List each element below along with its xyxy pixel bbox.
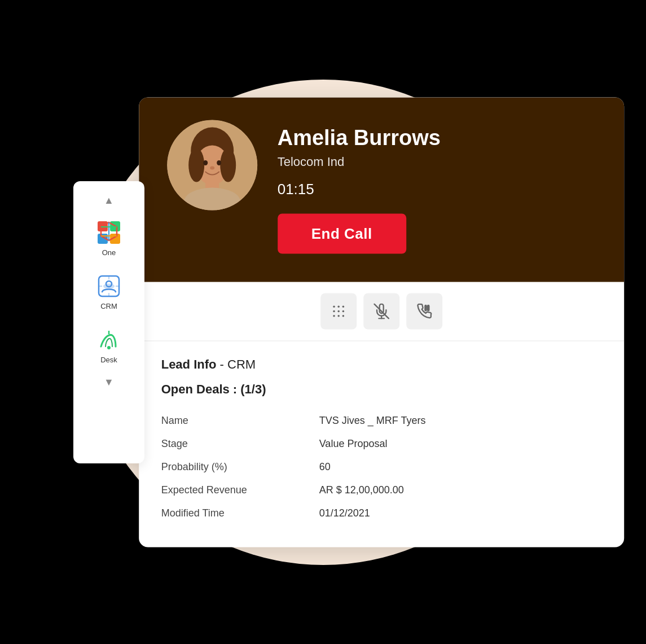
sidebar-collapse-down[interactable]: ▼ [104,376,114,388]
svg-point-29 [337,314,340,317]
svg-point-28 [333,314,335,317]
scene: ▲ One CRM [0,0,646,644]
field-label: Stage [161,432,319,455]
call-duration: 01:15 [278,180,441,198]
sidebar-crm-label: CRM [100,302,117,310]
svg-point-30 [342,314,344,317]
avatar [167,120,257,210]
sidebar-item-one[interactable]: One [95,219,122,257]
svg-point-10 [107,346,111,349]
svg-point-16 [220,148,236,182]
table-row: Probability (%) 60 [161,455,601,478]
open-deals-title: Open Deals : (1/3) [161,382,601,396]
end-call-button[interactable]: End Call [278,213,406,253]
field-label: Expected Revenue [161,478,319,501]
crm-icon [95,273,122,300]
svg-rect-36 [428,305,429,310]
mute-icon [373,303,389,319]
field-value: 60 [319,455,601,478]
sidebar-one-label: One [102,248,116,257]
main-card: Amelia Burrows Telocom Ind 01:15 End Cal… [139,97,624,547]
lead-info-suffix: - CRM [220,357,256,371]
table-row: Modified Time 01/12/2021 [161,501,601,524]
caller-company: Telocom Ind [278,154,441,169]
field-value: 01/12/2021 [319,501,601,524]
lead-info-title: Lead Info - CRM [161,357,601,371]
sidebar: ▲ One CRM [73,181,144,463]
call-header: Amelia Burrows Telocom Ind 01:15 End Cal… [139,97,624,282]
sidebar-collapse-up[interactable]: ▲ [104,195,114,207]
field-label: Probability (%) [161,455,319,478]
mute-button[interactable] [363,293,399,329]
svg-point-23 [337,305,340,308]
svg-rect-35 [425,305,426,310]
sidebar-desk-label: Desk [100,356,117,364]
sidebar-item-crm[interactable]: CRM [95,273,122,310]
hold-icon [416,303,432,319]
field-label: Modified Time [161,501,319,524]
one-icon [95,219,122,246]
info-table: Name TVS Jives _ MRF Tyers Stage Value P… [161,409,601,524]
lead-info-bold: Lead Info [161,357,217,371]
table-row: Expected Revenue AR $ 12,00,000.00 [161,478,601,501]
field-value: AR $ 12,00,000.00 [319,478,601,501]
caller-info: Amelia Burrows Telocom Ind 01:15 End Cal… [278,120,441,253]
table-row: Name TVS Jives _ MRF Tyers [161,409,601,432]
lead-info: Lead Info - CRM Open Deals : (1/3) Name … [139,341,624,547]
svg-point-27 [342,310,344,312]
svg-point-20 [217,160,221,165]
field-value: Value Proposal [319,432,601,455]
desk-icon [95,326,122,353]
svg-point-26 [337,310,340,312]
sidebar-item-desk[interactable]: Desk [95,326,122,364]
field-label: Name [161,409,319,432]
table-row: Stage Value Proposal [161,432,601,455]
call-controls [139,282,624,341]
caller-name: Amelia Burrows [278,125,441,150]
svg-point-19 [203,160,208,165]
svg-point-25 [333,310,335,312]
keypad-icon [331,303,346,319]
keypad-button[interactable] [320,293,357,329]
svg-point-22 [333,305,335,308]
svg-point-24 [342,305,344,308]
svg-point-15 [188,148,204,182]
field-value: TVS Jives _ MRF Tyers [319,409,601,432]
svg-point-21 [210,166,214,169]
hold-button[interactable] [406,293,442,329]
